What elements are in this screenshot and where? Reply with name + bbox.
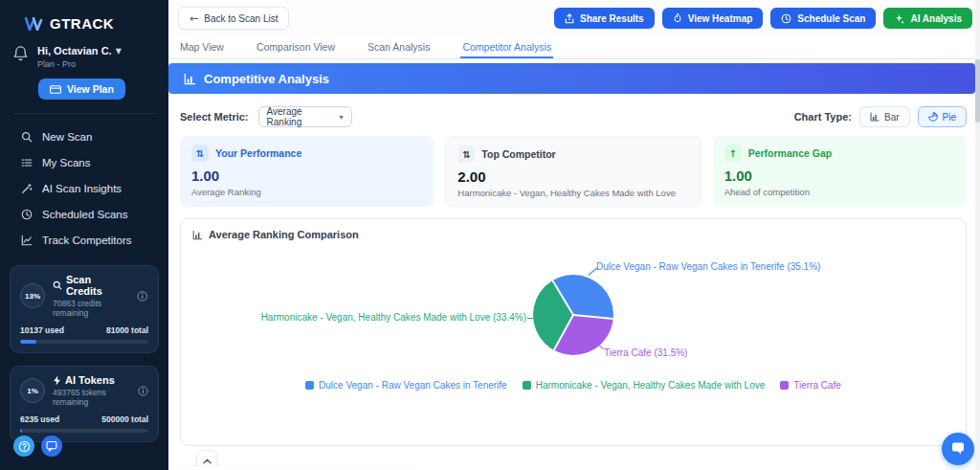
- chevron-up-icon: [203, 459, 212, 464]
- pie-chart-icon: [928, 112, 938, 122]
- info-icon[interactable]: [138, 385, 148, 397]
- bottom-panel: [182, 466, 412, 470]
- sidebar-item-new-scan[interactable]: New Scan: [0, 123, 168, 149]
- chart-title: Average Ranking Comparison: [192, 229, 359, 240]
- page-title: Competitive Analysis: [204, 72, 329, 86]
- user-section: Hi, Octavian C.▼ Plan - Pro: [0, 32, 168, 69]
- scan-credits-progress: [20, 340, 148, 344]
- pie-label-tierra-cafe: Tierra Cafe (31.5%): [604, 347, 687, 358]
- chat-icon: [46, 440, 57, 452]
- scan-credits-progress-fill: [20, 340, 36, 344]
- sort-arrows-icon: ⇅: [191, 145, 209, 162]
- help-button[interactable]: [13, 436, 34, 457]
- schedule-scan-button[interactable]: Schedule Scan: [770, 8, 876, 29]
- performance-gap-value: 1.00: [724, 168, 955, 184]
- legend-item-harmonicake[interactable]: Harmonicake - Vegan, Healthy Cakes Made …: [523, 380, 766, 391]
- legend-swatch: [305, 381, 314, 390]
- main-content: ← Back to Scan List Share Results View H…: [168, 0, 980, 470]
- ai-analysis-button[interactable]: AI Analysis: [883, 8, 972, 29]
- scrollbar-thumb[interactable]: [975, 59, 980, 123]
- back-to-scan-list-button[interactable]: ← Back to Scan List: [178, 7, 289, 30]
- flame-icon: [673, 12, 682, 24]
- bell-icon[interactable]: [13, 45, 28, 61]
- tab-map-view[interactable]: Map View: [178, 36, 226, 58]
- question-icon: [18, 440, 31, 453]
- performance-gap-card: ↑Performance Gap 1.00 Ahead of competiti…: [713, 136, 967, 207]
- tab-competitor-analysis[interactable]: Competitor Analysis: [460, 36, 553, 58]
- pie-separator: [553, 315, 574, 351]
- pie-label-dulce-vegan: Dulce Vegan - Raw Vegan Cakes in Tenerif…: [596, 261, 820, 272]
- competitive-analysis-banner: Competitive Analysis: [168, 63, 975, 94]
- chart-card: Average Ranking Comparison Dulce Vegan -…: [180, 218, 967, 446]
- brand-name: GTRACK: [50, 15, 114, 32]
- legend-item-tierra-cafe[interactable]: Tierra Cafe: [780, 380, 841, 391]
- your-performance-card: ⇅Your Performance 1.00 Average Ranking: [180, 136, 434, 207]
- brand: GTRACK: [0, 0, 168, 32]
- topbar: ← Back to Scan List Share Results View H…: [168, 0, 980, 36]
- chart-type-bar-button[interactable]: Bar: [859, 106, 910, 127]
- chart-type-label: Chart Type:: [794, 111, 852, 123]
- chat-widget-button[interactable]: [942, 433, 974, 465]
- scan-credits-used: 10137 used: [20, 325, 64, 335]
- sidebar-menu: New Scan My Scans AI Scan Insights Sched…: [0, 123, 168, 253]
- ai-tokens-used: 6235 used: [20, 414, 59, 424]
- user-greeting[interactable]: Hi, Octavian C.▼: [37, 45, 122, 56]
- legend-item-dulce-vegan[interactable]: Dulce Vegan - Raw Vegan Cakes in Tenerif…: [305, 380, 507, 391]
- chart-type-pie-button[interactable]: Pie: [918, 106, 967, 127]
- bar-chart-icon: [870, 112, 880, 122]
- share-results-button[interactable]: Share Results: [554, 8, 655, 29]
- top-competitor-card: ⇅Top Competitor 2.00 Harmonicake - Vegan…: [445, 136, 701, 207]
- chart-type-toggle: Chart Type: Bar Pie: [794, 106, 967, 127]
- user-plan: Plan - Pro: [37, 59, 122, 69]
- info-icon[interactable]: [137, 290, 148, 302]
- chat-bubble-icon: [950, 441, 966, 457]
- zap-icon: [53, 375, 61, 386]
- sidebar-item-scheduled-scans[interactable]: Scheduled Scans: [0, 201, 168, 227]
- app-window: GTRACK Hi, Octavian C.▼ Plan - Pro View …: [0, 0, 980, 470]
- scrollbar: [975, 0, 980, 470]
- ai-tokens-card: 1% AI Tokens 493765 tokens remaining 623…: [10, 366, 159, 442]
- callout-line: [527, 318, 537, 319]
- arrow-left-icon: ←: [189, 12, 198, 25]
- arrow-up-icon: ↑: [724, 145, 742, 162]
- clock-icon: [21, 209, 33, 220]
- select-metric-label: Select Metric:: [180, 111, 249, 123]
- scan-credits-total: 81000 total: [106, 325, 148, 335]
- performance-gap-subtitle: Ahead of competition: [724, 187, 955, 197]
- sidebar-item-my-scans[interactable]: My Scans: [0, 149, 168, 175]
- pie-separator: [552, 280, 574, 315]
- bar-chart-icon: [192, 230, 203, 240]
- ai-tokens-remaining: 493765 tokens remaining: [53, 388, 130, 407]
- sidebar-item-track-competitors[interactable]: Track Competitors: [0, 227, 168, 253]
- view-heatmap-button[interactable]: View Heatmap: [662, 8, 764, 29]
- chart-controls: Select Metric: Average Ranking ▾ Chart T…: [180, 105, 967, 128]
- sidebar-footer: [13, 436, 62, 457]
- top-competitor-subtitle: Harmonicake - Vegan, Healthy Cakes Made …: [457, 188, 688, 198]
- chevron-down-icon: ▼: [116, 47, 122, 56]
- bar-chart-icon: [184, 73, 196, 85]
- tab-scan-analysis[interactable]: Scan Analysis: [366, 36, 432, 58]
- ai-tokens-progress-fill: [20, 429, 22, 433]
- list-icon: [21, 157, 33, 168]
- pie-chart[interactable]: [533, 275, 613, 355]
- chevron-down-icon: ▾: [340, 113, 344, 122]
- search-icon: [53, 280, 62, 290]
- ai-tokens-progress: [20, 429, 148, 433]
- clock-icon: [781, 13, 791, 24]
- share-icon: [565, 13, 574, 24]
- topbar-actions: Share Results View Heatmap Schedule Scan…: [554, 8, 972, 29]
- your-performance-subtitle: Average Ranking: [191, 187, 422, 197]
- ai-tokens-percent-badge: 1%: [20, 378, 45, 403]
- ai-tokens-total: 500000 total: [101, 414, 148, 424]
- sidebar-item-ai-scan-insights[interactable]: AI Scan Insights: [0, 175, 168, 201]
- feedback-button[interactable]: [41, 436, 62, 457]
- pie-label-harmonicake: Harmonicake - Vegan, Healthy Cakes Made …: [261, 312, 526, 323]
- view-plan-button[interactable]: View Plan: [38, 78, 125, 100]
- tab-comparison-view[interactable]: Comparison View: [255, 36, 337, 58]
- scan-credits-remaining: 70863 credits remaining: [53, 299, 129, 318]
- scan-credits-card: 13% Scan Credits 70863 credits remaining…: [10, 265, 159, 353]
- sidebar: GTRACK Hi, Octavian C.▼ Plan - Pro View …: [0, 0, 168, 470]
- legend-swatch: [523, 381, 531, 390]
- metric-select[interactable]: Average Ranking ▾: [258, 106, 352, 127]
- card-icon: [50, 85, 61, 94]
